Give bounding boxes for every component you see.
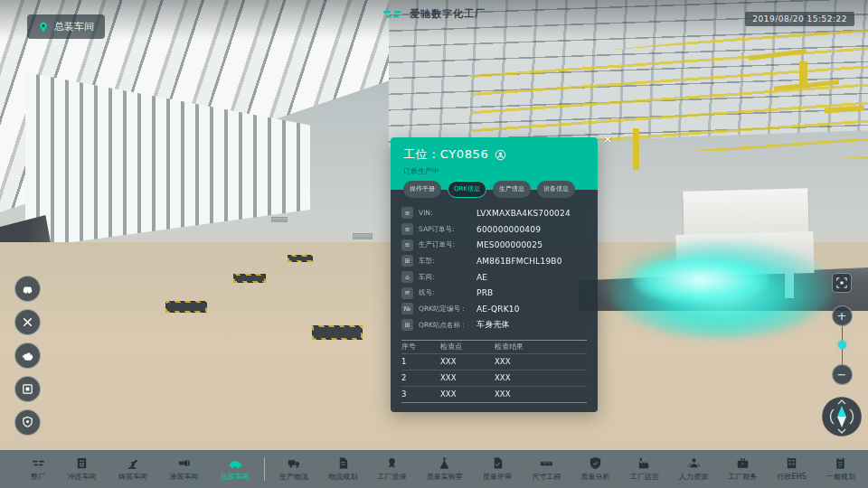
field-label: SAP订单号: — [419, 225, 471, 234]
field-row-qrk-name: ⊞ QRK站点名称： 车身壳体 — [401, 317, 587, 333]
yellow-equipment — [633, 128, 639, 170]
nav-quality-lab[interactable]: 质量实验室 — [427, 456, 463, 482]
zoom-in-button[interactable]: + — [832, 305, 853, 326]
assembly-workshop-icon — [229, 456, 242, 470]
yellow-equipment — [749, 49, 807, 61]
engine-button[interactable] — [14, 343, 41, 369]
field-value: PRB — [476, 288, 493, 297]
field-label: 车型: — [419, 257, 471, 266]
highlighted-car-body — [633, 257, 769, 304]
badge-icon — [21, 416, 34, 429]
field-value: MES000000025 — [476, 240, 542, 249]
yellow-equipment — [774, 80, 839, 90]
paint-workshop-icon — [177, 456, 191, 470]
field-row-sap-order: ≡ SAP订单号: 600000000409 — [401, 221, 587, 238]
cell-result: XXX — [495, 389, 587, 399]
nav-paint-workshop[interactable]: 涂装车间 — [170, 456, 199, 482]
col-header-no: 序号 — [401, 342, 440, 352]
compass-icon — [821, 396, 863, 437]
nav-factory-finance[interactable]: 工厂财务 — [728, 456, 757, 482]
conveyor-band — [579, 267, 868, 311]
nav-plant-overview[interactable]: 整厂 — [31, 456, 45, 482]
cell-result: XXX — [495, 373, 587, 382]
workshop-nav-group: 整厂 冲压车间 焊装车间 涂装车间 总装车间 — [31, 456, 250, 482]
hazard-floor-plate — [312, 325, 363, 340]
col-header-point: 检查点 — [440, 342, 495, 352]
human-resources-icon — [687, 456, 701, 470]
tab-production-info[interactable]: 生产信息 — [493, 181, 531, 198]
nav-welding-workshop[interactable]: 焊装车间 — [118, 456, 147, 482]
line-number-icon: ≋ — [401, 287, 413, 299]
logistics-planning-icon — [336, 456, 350, 470]
yellow-equipment — [799, 61, 807, 85]
admin-ehs-icon — [785, 456, 798, 470]
field-label: 生产订单号: — [419, 240, 471, 249]
general-planning-icon — [834, 456, 847, 470]
field-row-qrk-code: № QRK站定编号： AE-QRK10 — [401, 301, 587, 317]
panel-tabs: 操作手册 QRK信息 生产信息 设备信息 — [401, 181, 587, 198]
station-title: 工位：CY0856 — [403, 146, 488, 163]
tab-qrk-info[interactable]: QRK信息 — [448, 181, 486, 198]
nav-assembly-workshop[interactable]: 总装车间 — [221, 456, 250, 482]
table-header-row: 序号 检查点 检查结果 — [401, 341, 587, 354]
nav-factory-quality[interactable]: 工厂质保 — [378, 456, 407, 482]
tools-icon — [21, 315, 34, 329]
vin-icon: ≡ — [401, 207, 413, 219]
field-value: AE-QRK10 — [476, 305, 520, 314]
location-pin-icon — [38, 21, 49, 33]
quality-review-icon — [491, 456, 505, 470]
nav-quality-review[interactable]: 质量评审 — [483, 456, 512, 482]
nav-human-resources[interactable]: 人力资源 — [679, 456, 708, 482]
operator-icon — [495, 149, 506, 161]
bottom-nav-bar: 整厂 冲压车间 焊装车间 涂装车间 总装车间 生产物流 — [0, 450, 868, 488]
vehicle-model-icon: ⊞ — [401, 255, 413, 267]
vehicle-view-button[interactable] — [14, 276, 41, 302]
plant-overview-icon — [32, 456, 45, 470]
screen-icon — [21, 382, 34, 396]
nav-dimension-engineering[interactable]: 尺寸工程 — [532, 456, 561, 482]
reset-view-button[interactable] — [832, 273, 852, 293]
bench-leg — [694, 271, 703, 300]
view-controls: + − — [830, 273, 854, 441]
col-header-result: 检查结果 — [495, 342, 587, 352]
zoom-slider-handle[interactable] — [838, 341, 846, 349]
highlighted-car-body-glow — [608, 240, 834, 338]
zoom-out-button[interactable]: − — [832, 364, 853, 385]
field-row-production-order: ≡ 生产订单号: MES000000025 — [401, 237, 587, 253]
floor-plate — [353, 233, 373, 239]
nav-press-workshop[interactable]: 冲压车间 — [68, 456, 97, 482]
screen-button[interactable] — [14, 376, 41, 402]
nav-production-logistics[interactable]: 生产物流 — [279, 456, 308, 482]
field-value: 600000000409 — [476, 225, 541, 234]
bench-leg — [785, 269, 794, 298]
field-row-workshop: ⌂ 车间: AE — [401, 269, 587, 286]
cell-no: 1 — [401, 357, 440, 366]
location-label: 总装车间 — [54, 20, 94, 33]
cell-point: XXX — [440, 389, 495, 399]
badge-button[interactable] — [14, 409, 41, 436]
light-wall-panels — [25, 72, 310, 249]
tab-equipment-info[interactable]: 设备信息 — [537, 181, 575, 198]
nav-logistics-planning[interactable]: 物流规划 — [328, 456, 357, 482]
app-title-bar: 爱驰数字化工厂 — [0, 7, 868, 21]
nav-general-planning[interactable]: 一般规划 — [826, 456, 855, 482]
field-label: VIN: — [419, 209, 471, 217]
field-label: 线号: — [419, 288, 471, 297]
nav-quality-analysis[interactable]: 质量分析 — [581, 456, 610, 482]
field-label: 车间: — [419, 273, 471, 282]
module-nav-group: 生产物流 物流规划 工厂质保 质量实验室 质量评审 尺寸工程 — [279, 456, 855, 482]
tools-button[interactable] — [14, 309, 41, 335]
nav-admin-ehs[interactable]: 行政EHS — [778, 456, 807, 482]
yellow-equipment — [825, 105, 864, 113]
compass-control[interactable] — [821, 396, 863, 441]
field-label: QRK站定编号： — [419, 305, 471, 314]
sap-order-icon: ≡ — [401, 223, 413, 235]
check-table: 序号 检查点 检查结果 1 XXX XXX 2 XXX XXX 3 XXX — [401, 340, 587, 403]
aiways-logo-icon — [382, 10, 402, 19]
close-icon[interactable]: ✕ — [601, 133, 614, 145]
tab-operation-manual[interactable]: 操作手册 — [403, 181, 441, 198]
table-row: 1 XXX XXX — [401, 354, 587, 371]
quality-analysis-icon — [589, 456, 602, 470]
nav-factory-operations[interactable]: 工厂运营 — [630, 456, 659, 482]
cell-no: 3 — [401, 389, 440, 399]
